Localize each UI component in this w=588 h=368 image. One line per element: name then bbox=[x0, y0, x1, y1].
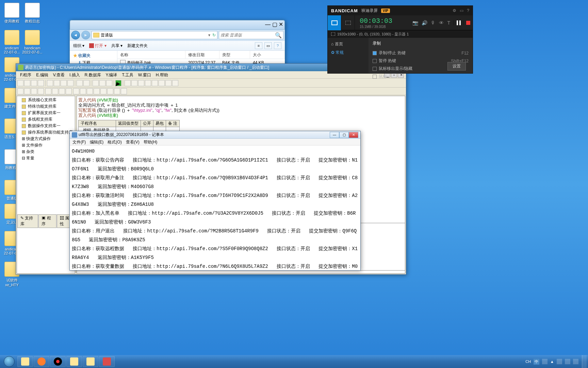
mode-rect[interactable] bbox=[341, 15, 355, 30]
tool-icon[interactable] bbox=[145, 80, 151, 86]
desktop-icon[interactable]: bandicam 2022-07-0... bbox=[22, 30, 43, 54]
menu-insert[interactable]: I.插入 bbox=[67, 72, 82, 78]
menu-tools[interactable]: T.工具 bbox=[120, 72, 135, 78]
tree-item[interactable]: 特殊功能支持库 bbox=[18, 103, 74, 110]
tool-icon[interactable] bbox=[59, 88, 65, 94]
tree-item[interactable]: 系统核心支持库 bbox=[18, 97, 74, 103]
tool-icon[interactable] bbox=[17, 80, 23, 86]
mode-screen[interactable] bbox=[328, 15, 341, 30]
minimize-button[interactable]: — bbox=[330, 132, 339, 138]
menu-file[interactable]: 文件(F) bbox=[72, 139, 86, 144]
menu-help[interactable]: 帮助(H) bbox=[144, 139, 158, 144]
tool-icon[interactable] bbox=[47, 80, 53, 86]
taskbar-pin[interactable] bbox=[66, 356, 82, 367]
back-button[interactable]: ◄ bbox=[71, 31, 80, 40]
menu-database[interactable]: R.数据库 bbox=[83, 72, 103, 78]
tool-icon[interactable] bbox=[52, 88, 58, 94]
tray-icon[interactable] bbox=[573, 359, 578, 364]
tool-icon[interactable] bbox=[38, 88, 44, 94]
tray-icon[interactable] bbox=[542, 359, 548, 364]
taskbar-pin[interactable] bbox=[50, 356, 66, 367]
tool-icon[interactable] bbox=[125, 80, 131, 86]
webcam-icon[interactable]: 👁 bbox=[439, 20, 444, 26]
tool-icon[interactable] bbox=[54, 80, 60, 86]
search-icon[interactable]: 🔍 bbox=[275, 32, 282, 39]
taskbar-pin[interactable] bbox=[17, 356, 33, 367]
menu-edit[interactable]: E.编辑 bbox=[34, 72, 50, 78]
camera-icon[interactable]: 📷 bbox=[412, 20, 418, 26]
audio-icon[interactable]: 🔊 bbox=[422, 20, 427, 26]
tool-icon[interactable] bbox=[17, 88, 23, 94]
tree-item[interactable]: ⊟ 常量 bbox=[18, 155, 74, 162]
nav-home[interactable]: ⌂ 首页 bbox=[331, 40, 365, 48]
desktop-icon[interactable]: 使用教程 bbox=[2, 3, 22, 24]
new-folder-button[interactable]: 新建文件夹 bbox=[127, 43, 148, 49]
settings-icon[interactable]: ⚙ bbox=[453, 8, 456, 13]
tool-icon[interactable] bbox=[24, 88, 30, 94]
text-icon[interactable]: T bbox=[447, 20, 450, 26]
tool-icon[interactable] bbox=[165, 80, 172, 86]
share-menu[interactable]: 共享 ▾ bbox=[111, 43, 122, 49]
view-icon[interactable]: ≡ bbox=[255, 42, 262, 49]
column-header[interactable]: 名称 修改日期 类型 大小 bbox=[117, 51, 285, 59]
tree-item[interactable]: ⊞ 文件操作 bbox=[18, 142, 74, 149]
tool-icon[interactable] bbox=[100, 88, 107, 94]
search-box[interactable]: 🔍 bbox=[219, 31, 283, 39]
dropdown-icon[interactable]: ▾ bbox=[208, 33, 210, 37]
menu-view[interactable]: V.查看 bbox=[51, 72, 67, 78]
ime-icon[interactable]: 中 bbox=[534, 359, 539, 365]
checkbox[interactable] bbox=[373, 75, 377, 79]
tool-icon[interactable] bbox=[87, 88, 93, 94]
tool-icon[interactable] bbox=[80, 88, 86, 94]
tool-icon[interactable] bbox=[45, 88, 51, 94]
tray-icon[interactable] bbox=[557, 359, 562, 364]
help-icon[interactable]: ? bbox=[467, 8, 469, 13]
system-tray[interactable]: CH 中 ▲ bbox=[522, 359, 582, 365]
tool-icon[interactable] bbox=[83, 80, 89, 86]
checkbox[interactable] bbox=[373, 51, 377, 55]
tray-icon[interactable] bbox=[565, 359, 570, 364]
tool-icon[interactable] bbox=[99, 80, 105, 86]
mic-icon[interactable]: 🎙 bbox=[431, 20, 436, 26]
desktop-icon[interactable]: andicam 22-07-0... bbox=[2, 30, 22, 54]
taskbar-pin[interactable] bbox=[83, 356, 98, 367]
refresh-icon[interactable]: ↻ bbox=[212, 33, 216, 37]
open-menu[interactable]: 打开 ▾ bbox=[89, 43, 106, 49]
checkbox[interactable] bbox=[373, 59, 377, 63]
tab-program[interactable]: ▣ 程序 bbox=[38, 214, 56, 228]
close-button[interactable]: ✕ bbox=[279, 21, 283, 27]
tree-item[interactable]: ⊞ 杂类 bbox=[18, 149, 74, 155]
preview-icon[interactable]: ▭ bbox=[264, 42, 272, 49]
tree-item[interactable]: 多线程支持库 bbox=[18, 116, 74, 123]
menu-compile[interactable]: Y.编译 bbox=[104, 72, 119, 78]
hotkey[interactable]: F12 bbox=[461, 51, 469, 56]
tree-item[interactable]: 操作系统界面功能支持库 bbox=[18, 129, 74, 136]
tool-icon[interactable] bbox=[31, 88, 37, 94]
tool-icon[interactable] bbox=[152, 80, 158, 86]
help-icon[interactable]: ? bbox=[274, 42, 281, 49]
tray-expand-icon[interactable]: ▲ bbox=[550, 359, 554, 364]
menu-window[interactable]: W.窗口 bbox=[136, 72, 153, 78]
title-bar[interactable]: utf8导出的接口数据_20220706191859 - 记事本 — ▢ ✕ bbox=[70, 131, 360, 139]
organize-menu[interactable]: 组织 ▾ bbox=[73, 43, 84, 49]
taskbar-pin[interactable] bbox=[34, 356, 49, 367]
tool-icon[interactable] bbox=[138, 80, 144, 86]
tool-icon[interactable] bbox=[107, 88, 113, 94]
maximize-button[interactable]: ▢ bbox=[272, 21, 277, 27]
close-button[interactable]: ✕ bbox=[349, 132, 358, 138]
tool-icon[interactable] bbox=[121, 88, 127, 94]
taskbar-pin[interactable] bbox=[99, 356, 115, 367]
tool-icon[interactable] bbox=[61, 80, 67, 86]
tree-item[interactable]: 扩展界面支持库一 bbox=[18, 110, 74, 116]
desktop-icon[interactable]: 教程日志 bbox=[22, 3, 43, 24]
tool-icon[interactable] bbox=[94, 88, 100, 94]
tool-icon[interactable] bbox=[131, 80, 137, 86]
forward-button[interactable]: ► bbox=[81, 31, 90, 40]
text-content[interactable]: O4W1H0H0 接口名称：获取公告内容 接口地址：http://api.79s… bbox=[70, 145, 360, 270]
tool-icon[interactable] bbox=[172, 80, 178, 86]
tool-icon[interactable] bbox=[159, 80, 165, 86]
tree-item[interactable]: ⊞ 快捷方式操作 bbox=[18, 136, 74, 142]
menu-help[interactable]: H.帮助 bbox=[154, 72, 170, 78]
menu-view[interactable]: 查看(V) bbox=[126, 139, 140, 144]
tool-icon[interactable] bbox=[73, 88, 79, 94]
